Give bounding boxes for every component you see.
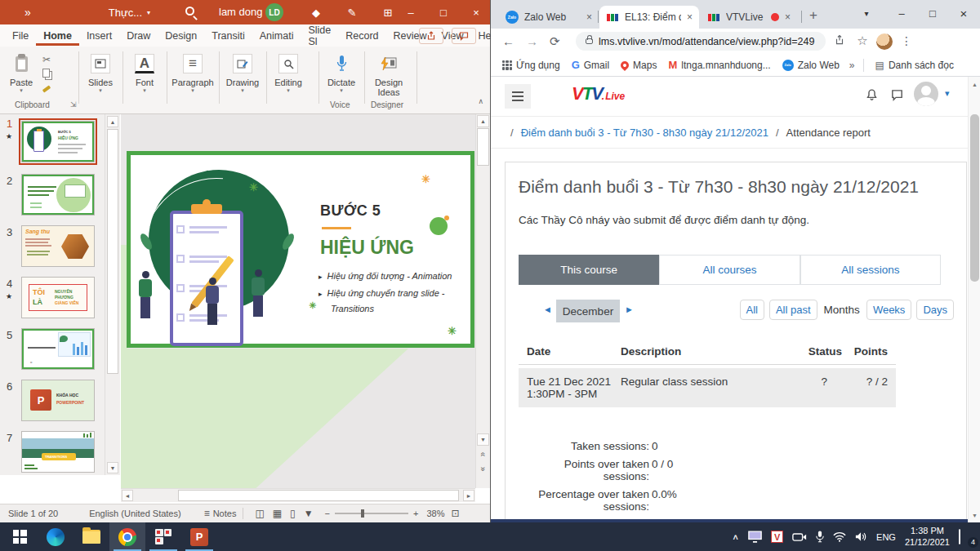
share-button[interactable] xyxy=(419,28,443,44)
close-tab-icon[interactable]: × xyxy=(687,11,693,23)
scroll-down-icon[interactable]: ▼ xyxy=(477,433,489,446)
tab-all-sessions[interactable]: All sessions xyxy=(800,255,941,285)
tab-record[interactable]: Record xyxy=(338,26,385,46)
back-button[interactable]: ← xyxy=(502,34,514,48)
microphone-tray-icon[interactable] xyxy=(816,531,824,543)
taskbar-chrome[interactable] xyxy=(109,522,145,551)
close-button[interactable]: × xyxy=(462,0,490,24)
scroll-up-icon[interactable]: ▲ xyxy=(477,115,489,127)
zoom-slider[interactable] xyxy=(335,513,408,514)
menu-dots-icon[interactable]: ⋮ xyxy=(901,34,912,47)
paragraph-button[interactable]: ≡ Paragraph ▾ xyxy=(170,51,216,94)
slide-step-text[interactable]: BƯỚC 5 xyxy=(320,202,381,220)
collapse-ribbon-icon[interactable]: ∧ xyxy=(478,97,483,105)
vtv-live-logo[interactable]: VTV.Live xyxy=(572,83,625,104)
slide-thumbnail-2[interactable]: 2 xyxy=(0,171,105,223)
notifications-bell-icon[interactable] xyxy=(865,88,879,105)
profile-avatar[interactable] xyxy=(876,33,893,50)
slide-thumbnail-4[interactable]: 4 ★ TÔI LÀ NGUYỄN PHƯƠNG GIẢNG VIÊN xyxy=(0,274,105,326)
bookmark-maps[interactable]: Maps xyxy=(621,60,657,71)
scroll-down-icon[interactable]: ▼ xyxy=(107,462,118,473)
current-month-button[interactable]: December xyxy=(556,300,620,322)
slide-bullet-2[interactable]: ▸Hiệu ứng chuyển trang slide - xyxy=(318,288,444,298)
filter-all-past-button[interactable]: All past xyxy=(769,300,817,320)
zoom-slider-thumb[interactable] xyxy=(361,509,364,518)
slide-bullet-1[interactable]: ▸Hiệu ứng đối tượng - Animation xyxy=(318,271,452,281)
v-app-tray-icon[interactable]: V xyxy=(771,531,783,543)
filter-all-button[interactable]: All xyxy=(740,300,764,320)
current-slide[interactable]: ✳ ✳ ✳ ✳ BƯỚC 5 HIỆU ỨNG ▸Hiệu ứng đối tư… xyxy=(127,151,474,348)
scroll-left-icon[interactable]: ◄ xyxy=(122,490,133,501)
language-status[interactable]: English (United States) xyxy=(89,509,181,518)
user-menu-chevron[interactable]: ▾ xyxy=(945,88,950,99)
tray-expand-chevron[interactable]: ∧ xyxy=(732,532,739,541)
filter-weeks-button[interactable]: Weeks xyxy=(866,300,912,320)
forward-button[interactable]: → xyxy=(526,34,538,48)
messages-icon[interactable] xyxy=(890,88,904,105)
share-button[interactable] xyxy=(832,34,847,46)
bookmark-gmail[interactable]: G Gmail xyxy=(572,59,609,71)
dictate-button[interactable]: Dictate ▾ xyxy=(322,51,361,94)
drawing-button[interactable]: Drawing ▾ xyxy=(222,51,263,94)
canvas-vertical-scrollbar[interactable]: ▲ ▼ « » xyxy=(475,114,490,488)
close-tab-icon[interactable]: × xyxy=(586,11,592,23)
search-icon[interactable] xyxy=(185,7,194,16)
zoom-in-button[interactable]: + xyxy=(413,509,418,518)
bookmarks-overflow-icon[interactable]: » xyxy=(849,60,855,71)
lock-icon[interactable] xyxy=(586,38,593,44)
slideshow-button[interactable]: ▼ xyxy=(304,508,314,519)
slide-thumbnail-5[interactable]: 5 o xyxy=(0,326,105,377)
dialog-launcher-icon[interactable]: ⇲ xyxy=(70,100,77,109)
zoom-out-button[interactable]: − xyxy=(325,509,330,518)
close-tab-icon[interactable]: × xyxy=(785,11,791,23)
tab-draw[interactable]: Draw xyxy=(119,26,158,46)
slide-title-text[interactable]: HIỆU ỨNG xyxy=(320,237,414,259)
zoom-level[interactable]: 38% xyxy=(426,509,444,518)
action-center-button[interactable]: 4 xyxy=(959,530,975,544)
tab-this-course[interactable]: This course xyxy=(519,255,659,285)
tab-animations[interactable]: Animati xyxy=(252,26,301,46)
maximize-button[interactable]: □ xyxy=(916,0,949,26)
copy-button[interactable] xyxy=(42,66,51,79)
reading-list-button[interactable]: ▤ Danh sách đọc xyxy=(875,60,954,71)
slide-thumbnail-1[interactable]: 1 ★ BƯỚC 5 HIỆU ỨNG xyxy=(0,114,105,171)
slide-sorter-view-button[interactable]: ▦ xyxy=(273,508,282,519)
volume-tray-icon[interactable] xyxy=(855,531,867,542)
ink-pen-icon[interactable]: ✎ xyxy=(338,0,366,24)
scrollbar-thumb[interactable] xyxy=(477,128,489,166)
window-menu-chevron[interactable]: ▾ xyxy=(850,0,883,26)
document-title[interactable]: Thực...▾ xyxy=(109,7,150,19)
tab-insert[interactable]: Insert xyxy=(79,26,119,46)
clock[interactable]: 1:38 PM 21/12/2021 xyxy=(905,526,950,549)
design-ideas-button[interactable]: Design Ideas xyxy=(368,51,410,97)
wifi-tray-icon[interactable] xyxy=(833,531,846,542)
tab-attendance[interactable]: EL13: Điểm d × xyxy=(599,6,699,29)
cut-button[interactable]: ✂ xyxy=(42,53,51,66)
fit-slide-button[interactable]: ⊡ xyxy=(452,508,460,519)
quick-access-overflow-icon[interactable]: » xyxy=(24,6,31,19)
slide-thumbnail-3[interactable]: 3 Sang thu xyxy=(0,223,105,274)
url-text[interactable]: lms.vtvlive.vn/mod/attendance/view.php?i… xyxy=(599,36,814,47)
thumbnail-scrollbar[interactable]: ▲ ▼ xyxy=(105,114,120,475)
slide-thumbnail-6[interactable]: 6 P KHÓA HỌC POWERPOINT xyxy=(0,377,105,429)
user-avatar[interactable] xyxy=(914,82,938,106)
tab-zalo-web[interactable]: Zalo Zalo Web × xyxy=(499,6,599,29)
page-scrollbar[interactable]: ▲ ▼ xyxy=(968,77,980,522)
previous-slide-button[interactable]: « xyxy=(477,448,489,460)
projector-tray-icon[interactable] xyxy=(792,532,807,542)
scroll-down-icon[interactable]: ▼ xyxy=(969,509,980,521)
taskbar-unikey[interactable] xyxy=(145,522,181,551)
tab-vtvlive[interactable]: VTVLive × xyxy=(701,6,797,29)
close-button[interactable]: × xyxy=(947,0,980,26)
account-name[interactable]: lam dong xyxy=(219,6,262,18)
slide-bullet-2-cont[interactable]: Transitions xyxy=(331,304,374,313)
tab-file[interactable]: File xyxy=(5,26,36,46)
address-bar[interactable]: lms.vtvlive.vn/mod/attendance/view.php?i… xyxy=(576,32,826,51)
scroll-up-icon[interactable]: ▲ xyxy=(107,116,118,127)
font-button[interactable]: A Font ▾ xyxy=(126,51,163,94)
comments-button[interactable] xyxy=(452,28,476,44)
maximize-button[interactable]: □ xyxy=(430,0,457,24)
format-painter-button[interactable] xyxy=(42,82,51,96)
reading-view-button[interactable]: ▯ xyxy=(290,508,296,519)
bookmark-mail[interactable]: M ltnga.mnanhduong... xyxy=(668,59,770,71)
